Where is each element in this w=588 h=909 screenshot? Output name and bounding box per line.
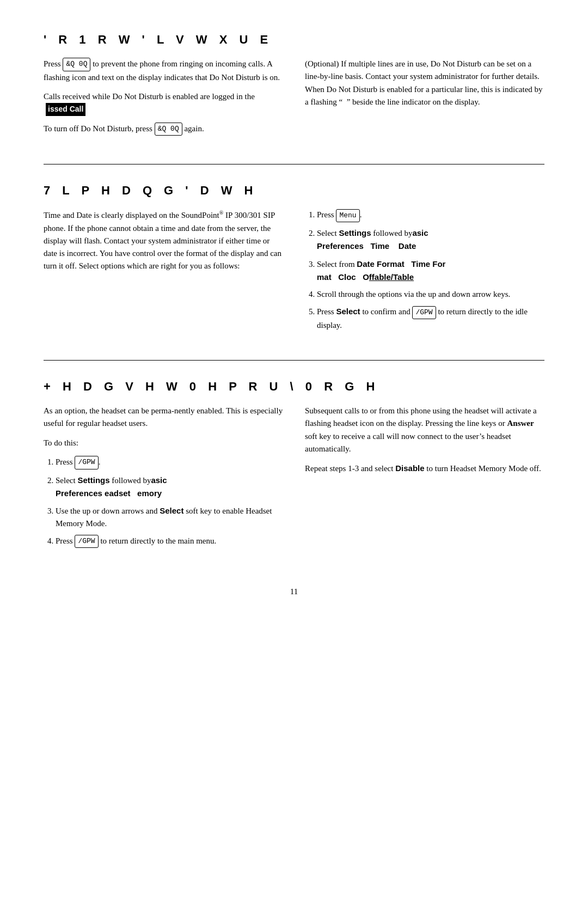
dnd-para-1: Press &Q 0Q to prevent the phone from ri… <box>44 58 283 84</box>
tad-step-5: Press Select to confirm and /GPW to retu… <box>317 305 544 332</box>
hm-step-3: Use the up or down arrows and Select sof… <box>56 504 283 530</box>
tad-para-1: Time and Date is clearly displayed on th… <box>44 209 283 272</box>
headset-memory-section: + H D G V H W 0 H P R U \ 0 R G H As an … <box>44 380 544 554</box>
tad-kbd-home: /GPW <box>412 306 436 319</box>
tad-step-1: Press Menu. <box>317 209 544 222</box>
hm-kbd-2: /GPW <box>75 535 98 548</box>
missed-call-badge: issed Call <box>46 103 85 116</box>
time-and-date-title: 7 L P H D Q G ' D W H <box>44 184 544 198</box>
hm-step-4: Press /GPW to return directly to the mai… <box>56 535 283 548</box>
hm-step-1: Press /GPW. <box>56 456 283 469</box>
hm-settings: Settings <box>77 475 109 485</box>
tad-steps: Press Menu. Select Settings followed bya… <box>305 209 544 332</box>
dnd-right-para: (Optional) If multiple lines are in use,… <box>305 58 544 108</box>
dnd-para-2: Calls received while Do Not Disturb is e… <box>44 90 283 116</box>
tad-settings: Settings <box>339 228 371 237</box>
do-not-disturb-title: ' R 1 R W ' L V W X U E <box>44 33 544 47</box>
dnd-kbd-2: &Q 0Q <box>155 123 182 136</box>
dnd-para-3: To turn off Do Not Disturb, press &Q 0Q … <box>44 123 283 136</box>
hm-para-2: To do this: <box>44 437 283 449</box>
tad-kbd-menu: Menu <box>336 209 359 222</box>
tad-select: Select <box>336 307 360 316</box>
hm-right-para-1: Subsequent calls to or from this phone u… <box>305 405 544 455</box>
time-and-date-content: Time and Date is clearly displayed on th… <box>44 209 544 338</box>
hm-basic-pref: asicPreferences eadset emory <box>56 475 167 498</box>
time-and-date-left: Time and Date is clearly displayed on th… <box>44 209 283 338</box>
headset-memory-right: Subsequent calls to or from this phone u… <box>305 405 544 554</box>
headset-memory-content: As an option, the headset can be perma-n… <box>44 405 544 554</box>
tad-step-3: Select from Date Format Time Format Cloc… <box>317 258 544 284</box>
hm-kbd-1: /GPW <box>75 456 98 469</box>
tad-step-4: Scroll through the options via the up an… <box>317 288 544 301</box>
dnd-kbd-1: &Q 0Q <box>63 58 90 71</box>
do-not-disturb-content: Press &Q 0Q to prevent the phone from ri… <box>44 58 544 142</box>
divider-2 <box>44 360 544 361</box>
hm-disable: Disable <box>395 463 424 473</box>
headset-memory-title: + H D G V H W 0 H P R U \ 0 R G H <box>44 380 544 394</box>
tad-basic-pref: asicPreferences Time Date <box>317 228 428 251</box>
hm-steps: Press /GPW. Select Settings followed bya… <box>44 456 283 548</box>
hm-select: Select <box>160 506 183 515</box>
time-and-date-section: 7 L P H D Q G ' D W H Time and Date is c… <box>44 184 544 338</box>
divider-1 <box>44 164 544 164</box>
hm-para-1: As an option, the headset can be perma-n… <box>44 405 283 430</box>
hm-answer-bold: Answer <box>507 419 534 428</box>
tad-format-options: Date Format Time Format Cloc Offable/Tab… <box>317 259 445 282</box>
hm-step-2: Select Settings followed byasicPreferenc… <box>56 474 283 501</box>
do-not-disturb-section: ' R 1 R W ' L V W X U E Press &Q 0Q to p… <box>44 33 544 142</box>
page-number: 11 <box>44 587 544 596</box>
do-not-disturb-right: (Optional) If multiple lines are in use,… <box>305 58 544 142</box>
time-and-date-right: Press Menu. Select Settings followed bya… <box>305 209 544 338</box>
hm-right-para-2: Repeat steps 1-3 and select Disable to t… <box>305 462 544 475</box>
headset-memory-left: As an option, the headset can be perma-n… <box>44 405 283 554</box>
tad-step-2: Select Settings followed byasicPreferenc… <box>317 227 544 253</box>
do-not-disturb-left: Press &Q 0Q to prevent the phone from ri… <box>44 58 283 142</box>
registered-mark: ® <box>219 210 224 216</box>
